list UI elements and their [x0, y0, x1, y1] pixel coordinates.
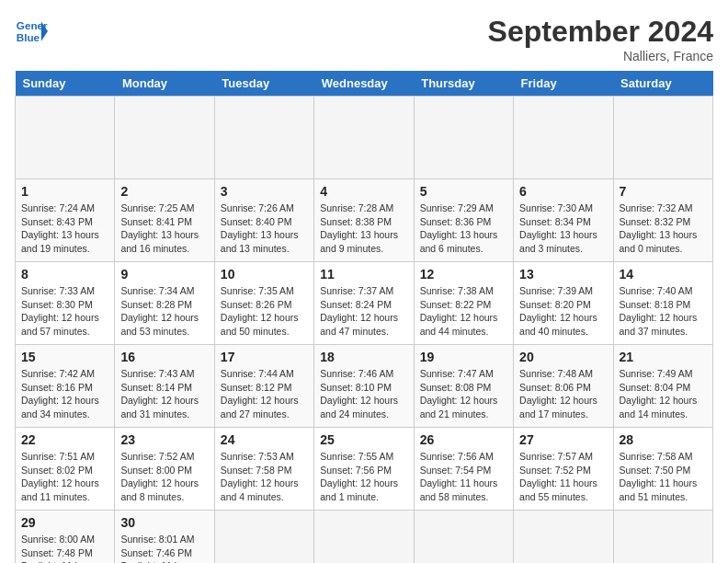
day-number: 9	[120, 267, 208, 282]
calendar-cell: 18Sunrise: 7:46 AM Sunset: 8:10 PM Dayli…	[314, 345, 414, 428]
calendar-cell: 1Sunrise: 7:24 AM Sunset: 8:43 PM Daylig…	[16, 179, 115, 262]
calendar-cell	[613, 97, 712, 179]
calendar-cell	[514, 511, 613, 564]
day-number: 20	[519, 350, 607, 364]
logo: General Blue	[15, 15, 48, 48]
day-number: 10	[221, 267, 308, 282]
day-info: Sunrise: 7:43 AM Sunset: 8:14 PM Dayligh…	[120, 367, 208, 421]
day-info: Sunrise: 7:30 AM Sunset: 8:34 PM Dayligh…	[519, 201, 607, 256]
calendar-week-row: 22Sunrise: 7:51 AM Sunset: 8:02 PM Dayli…	[16, 428, 713, 511]
calendar-cell: 22Sunrise: 7:51 AM Sunset: 8:02 PM Dayli…	[16, 428, 115, 511]
day-info: Sunrise: 7:49 AM Sunset: 8:04 PM Dayligh…	[620, 367, 707, 421]
day-info: Sunrise: 7:26 AM Sunset: 8:40 PM Dayligh…	[221, 201, 308, 256]
day-number: 13	[519, 267, 607, 282]
day-info: Sunrise: 7:37 AM Sunset: 8:24 PM Dayligh…	[320, 284, 407, 339]
day-info: Sunrise: 8:01 AM Sunset: 7:46 PM Dayligh…	[120, 533, 208, 563]
calendar-cell: 12Sunrise: 7:38 AM Sunset: 8:22 PM Dayli…	[414, 262, 513, 345]
day-info: Sunrise: 7:55 AM Sunset: 7:56 PM Dayligh…	[320, 450, 407, 504]
column-header-monday: Monday	[115, 71, 214, 97]
calendar-cell	[16, 97, 115, 179]
day-info: Sunrise: 7:48 AM Sunset: 8:06 PM Dayligh…	[519, 367, 607, 421]
day-info: Sunrise: 7:38 AM Sunset: 8:22 PM Dayligh…	[420, 284, 507, 339]
day-info: Sunrise: 7:51 AM Sunset: 8:02 PM Dayligh…	[21, 450, 108, 504]
column-header-saturday: Saturday	[613, 71, 712, 97]
calendar-cell: 11Sunrise: 7:37 AM Sunset: 8:24 PM Dayli…	[314, 262, 414, 345]
calendar-week-row: 15Sunrise: 7:42 AM Sunset: 8:16 PM Dayli…	[16, 345, 713, 428]
calendar-header-row: SundayMondayTuesdayWednesdayThursdayFrid…	[16, 71, 713, 97]
calendar-cell: 2Sunrise: 7:25 AM Sunset: 8:41 PM Daylig…	[115, 179, 214, 262]
calendar-cell: 13Sunrise: 7:39 AM Sunset: 8:20 PM Dayli…	[514, 262, 613, 345]
calendar-cell: 9Sunrise: 7:34 AM Sunset: 8:28 PM Daylig…	[115, 262, 214, 345]
day-number: 4	[320, 184, 407, 199]
day-info: Sunrise: 7:42 AM Sunset: 8:16 PM Dayligh…	[21, 367, 108, 421]
day-number: 8	[21, 267, 108, 282]
column-header-friday: Friday	[514, 71, 613, 97]
calendar-week-row: 1Sunrise: 7:24 AM Sunset: 8:43 PM Daylig…	[16, 179, 713, 262]
calendar-cell: 21Sunrise: 7:49 AM Sunset: 8:04 PM Dayli…	[613, 345, 712, 428]
calendar-cell	[414, 511, 513, 564]
calendar-cell: 8Sunrise: 7:33 AM Sunset: 8:30 PM Daylig…	[16, 262, 115, 345]
day-number: 29	[21, 515, 108, 530]
calendar-cell	[314, 97, 414, 179]
day-info: Sunrise: 8:00 AM Sunset: 7:48 PM Dayligh…	[21, 533, 108, 563]
calendar-cell: 28Sunrise: 7:58 AM Sunset: 7:50 PM Dayli…	[613, 428, 712, 511]
day-number: 21	[620, 350, 707, 364]
day-number: 14	[620, 267, 707, 282]
calendar-cell: 17Sunrise: 7:44 AM Sunset: 8:12 PM Dayli…	[214, 345, 313, 428]
day-info: Sunrise: 7:52 AM Sunset: 8:00 PM Dayligh…	[120, 450, 208, 504]
location-subtitle: Nalliers, France	[488, 49, 713, 63]
day-number: 15	[21, 350, 108, 364]
calendar-cell: 19Sunrise: 7:47 AM Sunset: 8:08 PM Dayli…	[414, 345, 513, 428]
day-number: 22	[21, 432, 108, 447]
day-number: 3	[221, 184, 308, 199]
day-number: 30	[120, 515, 208, 530]
month-year-title: September 2024	[488, 15, 713, 49]
calendar-cell: 6Sunrise: 7:30 AM Sunset: 8:34 PM Daylig…	[514, 179, 613, 262]
day-number: 17	[221, 350, 308, 364]
day-number: 19	[420, 350, 507, 364]
day-number: 24	[221, 432, 308, 447]
calendar-week-row: 8Sunrise: 7:33 AM Sunset: 8:30 PM Daylig…	[16, 262, 713, 345]
calendar-cell: 15Sunrise: 7:42 AM Sunset: 8:16 PM Dayli…	[16, 345, 115, 428]
day-number: 11	[320, 267, 407, 282]
day-info: Sunrise: 7:32 AM Sunset: 8:32 PM Dayligh…	[620, 201, 707, 256]
day-number: 27	[519, 432, 607, 447]
calendar-week-row	[16, 97, 713, 179]
svg-text:Blue: Blue	[17, 31, 40, 43]
day-info: Sunrise: 7:46 AM Sunset: 8:10 PM Dayligh…	[320, 367, 407, 421]
calendar-cell: 3Sunrise: 7:26 AM Sunset: 8:40 PM Daylig…	[214, 179, 313, 262]
calendar-cell: 5Sunrise: 7:29 AM Sunset: 8:36 PM Daylig…	[414, 179, 513, 262]
day-info: Sunrise: 7:24 AM Sunset: 8:43 PM Dayligh…	[21, 201, 108, 256]
calendar-week-row: 29Sunrise: 8:00 AM Sunset: 7:48 PM Dayli…	[16, 511, 713, 564]
day-info: Sunrise: 7:39 AM Sunset: 8:20 PM Dayligh…	[519, 284, 607, 339]
calendar-cell: 7Sunrise: 7:32 AM Sunset: 8:32 PM Daylig…	[613, 179, 712, 262]
calendar-cell: 25Sunrise: 7:55 AM Sunset: 7:56 PM Dayli…	[314, 428, 414, 511]
calendar-table: SundayMondayTuesdayWednesdayThursdayFrid…	[15, 71, 713, 563]
day-number: 28	[620, 432, 707, 447]
calendar-cell	[514, 97, 613, 179]
day-info: Sunrise: 7:57 AM Sunset: 7:52 PM Dayligh…	[519, 450, 607, 504]
day-info: Sunrise: 7:58 AM Sunset: 7:50 PM Dayligh…	[620, 450, 707, 504]
day-number: 16	[120, 350, 208, 364]
calendar-cell: 14Sunrise: 7:40 AM Sunset: 8:18 PM Dayli…	[613, 262, 712, 345]
title-block: September 2024 Nalliers, France	[488, 15, 713, 63]
column-header-wednesday: Wednesday	[314, 71, 414, 97]
column-header-tuesday: Tuesday	[214, 71, 313, 97]
calendar-cell	[115, 97, 214, 179]
day-info: Sunrise: 7:44 AM Sunset: 8:12 PM Dayligh…	[221, 367, 308, 421]
day-number: 2	[120, 184, 208, 199]
page-header: General Blue September 2024 Nalliers, Fr…	[15, 15, 713, 63]
day-number: 26	[420, 432, 507, 447]
day-info: Sunrise: 7:33 AM Sunset: 8:30 PM Dayligh…	[21, 284, 108, 339]
calendar-cell: 24Sunrise: 7:53 AM Sunset: 7:58 PM Dayli…	[214, 428, 313, 511]
calendar-cell: 26Sunrise: 7:56 AM Sunset: 7:54 PM Dayli…	[414, 428, 513, 511]
calendar-cell: 4Sunrise: 7:28 AM Sunset: 8:38 PM Daylig…	[314, 179, 414, 262]
calendar-cell: 29Sunrise: 8:00 AM Sunset: 7:48 PM Dayli…	[16, 511, 115, 564]
calendar-cell	[414, 97, 513, 179]
day-info: Sunrise: 7:40 AM Sunset: 8:18 PM Dayligh…	[620, 284, 707, 339]
day-number: 7	[620, 184, 707, 199]
day-info: Sunrise: 7:25 AM Sunset: 8:41 PM Dayligh…	[120, 201, 208, 256]
calendar-cell	[613, 511, 712, 564]
calendar-cell: 23Sunrise: 7:52 AM Sunset: 8:00 PM Dayli…	[115, 428, 214, 511]
day-info: Sunrise: 7:53 AM Sunset: 7:58 PM Dayligh…	[221, 450, 308, 504]
